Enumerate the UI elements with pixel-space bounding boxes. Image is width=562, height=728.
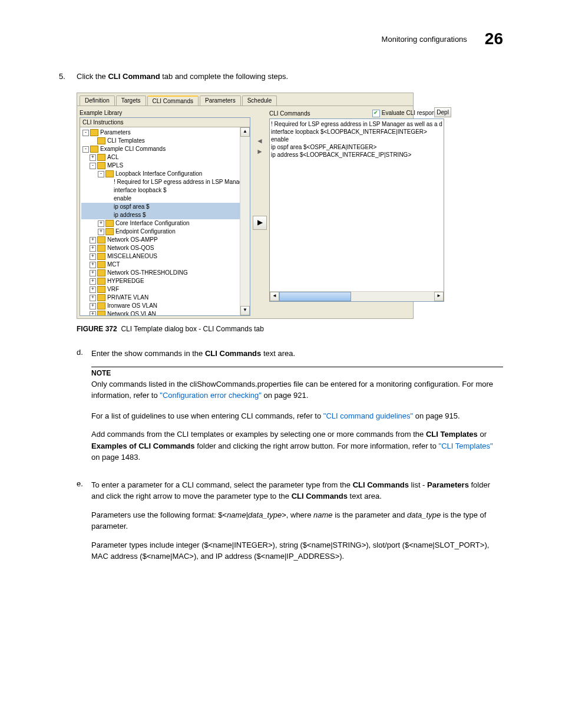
config-error-link[interactable]: "Configuration error checking" xyxy=(160,391,262,400)
cli-tree[interactable]: -ParametersCLI Templates-Example CLI Com… xyxy=(80,127,250,316)
scroll-up-icon[interactable]: ▲ xyxy=(240,127,250,137)
tree-row[interactable]: -Parameters xyxy=(81,129,249,137)
tree-row[interactable]: ! Required for LSP egress address in LSP… xyxy=(81,178,249,186)
section-title: Monitoring configurations xyxy=(382,35,467,44)
cli-line: ip address $<LOOPBACK_INTERFACE_IP|STRIN… xyxy=(271,151,442,159)
substep-e: e. To enter a parameter for a CLI comman… xyxy=(77,479,503,569)
tree-row[interactable]: +HYPEREDGE xyxy=(81,277,249,285)
tree-row[interactable]: -Loopback Interface Configuration xyxy=(81,170,249,178)
deploy-button[interactable]: Depl xyxy=(434,107,451,117)
expand-icon[interactable]: - xyxy=(82,130,89,136)
tree-label: Network OS VLAN xyxy=(107,311,156,316)
tree-row[interactable]: -MPLS xyxy=(81,162,249,170)
step-text: Click the CLI Command tab and complete t… xyxy=(77,72,503,81)
tree-row[interactable]: +Network OS-QOS xyxy=(81,244,249,252)
folder-icon xyxy=(97,137,105,144)
tree-row[interactable]: +PRIVATE VLAN xyxy=(81,294,249,302)
vertical-scrollbar[interactable]: ▲ ▼ xyxy=(240,127,250,315)
tree-label: Loopback Interface Configuration xyxy=(115,170,202,177)
tree-row[interactable]: CLI Templates xyxy=(81,137,249,145)
tree-label: ! Required for LSP egress address in LSP… xyxy=(114,179,250,185)
cli-commands-textarea[interactable]: ! Required for LSP egress address in LSP… xyxy=(269,118,444,302)
folder-icon xyxy=(97,302,105,309)
folder-icon xyxy=(97,278,105,285)
tree-row[interactable]: ip ospf area $ xyxy=(81,203,249,211)
horizontal-scrollbar[interactable]: ◄ ► xyxy=(270,291,444,301)
tree-label: ip address $ xyxy=(114,212,146,218)
tree-row[interactable]: +Network OS-THRESHOLDING xyxy=(81,269,249,277)
collapse-right-icon[interactable]: ► xyxy=(255,146,265,157)
tab-targets[interactable]: Targets xyxy=(116,95,146,106)
expand-icon[interactable]: + xyxy=(90,295,96,301)
tab-cli-commands[interactable]: CLI Commands xyxy=(147,95,199,106)
tab-schedule[interactable]: Schedule xyxy=(242,95,277,106)
tree-row[interactable]: +MCT xyxy=(81,261,249,269)
tree-label: Parameters xyxy=(100,129,131,136)
tree-row[interactable]: +Core Interface Configuration xyxy=(81,219,249,228)
tree-label: MPLS xyxy=(107,162,123,169)
tree-label: interface loopback $ xyxy=(114,187,167,193)
expand-icon[interactable]: + xyxy=(90,311,96,316)
tree-label: CLI Templates xyxy=(107,137,145,144)
tree-row[interactable]: -Example CLI Commands xyxy=(81,145,249,153)
tree-row[interactable]: ip address $ xyxy=(81,211,249,219)
tree-row[interactable]: +Network OS VLAN xyxy=(81,310,249,316)
tree-row[interactable]: +MISCELLANEOUS xyxy=(81,252,249,261)
tree-label: Example CLI Commands xyxy=(100,146,166,152)
checkbox-icon[interactable]: ✔ xyxy=(372,110,380,117)
expand-icon[interactable]: + xyxy=(90,270,96,276)
expand-icon[interactable]: + xyxy=(90,154,96,161)
expand-icon[interactable]: + xyxy=(90,245,96,252)
expand-icon[interactable]: + xyxy=(90,286,96,293)
folder-icon xyxy=(97,245,105,252)
tree-label: ip ospf area $ xyxy=(114,203,150,210)
expand-icon[interactable]: + xyxy=(90,278,96,285)
scroll-thumb[interactable] xyxy=(279,292,351,301)
tree-row[interactable]: +Network OS-AMPP xyxy=(81,236,249,244)
folder-icon xyxy=(97,294,105,301)
step-5: 5. Click the CLI Command tab and complet… xyxy=(59,72,503,81)
page-header: Monitoring configurations 26 xyxy=(59,29,503,48)
example-library-label: Example Library xyxy=(80,108,250,117)
expand-icon[interactable]: + xyxy=(90,262,96,268)
chapter-number: 26 xyxy=(485,29,503,48)
tree-row[interactable]: enable xyxy=(81,195,249,203)
tree-row[interactable]: +VRF xyxy=(81,285,249,294)
expand-icon[interactable]: + xyxy=(90,303,96,309)
tree-row[interactable]: interface loopback $ xyxy=(81,186,249,195)
substep-letter: d. xyxy=(77,348,91,470)
expand-icon[interactable]: + xyxy=(98,220,104,227)
scroll-right-icon[interactable]: ► xyxy=(434,292,444,301)
scroll-down-icon[interactable]: ▼ xyxy=(240,306,250,315)
folder-icon xyxy=(97,286,105,293)
substep-letter: e. xyxy=(77,479,91,569)
collapse-left-icon[interactable]: ◄ xyxy=(255,136,265,146)
param-types-text: Parameter types include integer ($<name|… xyxy=(91,539,503,562)
tree-row[interactable]: +ACL xyxy=(81,153,249,162)
expand-icon[interactable]: - xyxy=(90,163,96,169)
expand-icon[interactable]: - xyxy=(82,146,89,153)
expand-icon[interactable]: + xyxy=(98,229,104,235)
tree-row[interactable]: +Ironware OS VLAN xyxy=(81,302,249,310)
cli-guidelines-link[interactable]: "CLI command guidelines" xyxy=(323,411,413,420)
tree-label: Core Interface Configuration xyxy=(115,220,190,226)
folder-icon xyxy=(97,253,105,260)
folder-icon xyxy=(97,154,105,161)
folder-icon xyxy=(97,162,105,169)
tab-parameters[interactable]: Parameters xyxy=(200,95,241,106)
cli-line: ! Required for LSP egress address in LSP… xyxy=(271,120,442,128)
folder-icon xyxy=(97,311,105,316)
evaluate-checkbox-wrap[interactable]: ✔Evaluate CLI responses xyxy=(372,110,444,117)
tree-label: Network OS-QOS xyxy=(107,245,154,251)
cli-line: enable xyxy=(271,136,442,143)
tree-label: Ironware OS VLAN xyxy=(107,302,157,309)
tab-definition[interactable]: Definition xyxy=(80,95,115,106)
move-right-button[interactable]: ▶ xyxy=(253,216,267,230)
tree-row[interactable]: +Endpoint Configuration xyxy=(81,228,249,236)
expand-icon[interactable]: + xyxy=(90,237,96,243)
scroll-left-icon[interactable]: ◄ xyxy=(270,292,279,301)
expand-icon[interactable]: - xyxy=(98,171,104,177)
tree-panel: CLI Instructions -ParametersCLI Template… xyxy=(80,117,250,316)
expand-icon[interactable]: + xyxy=(90,253,96,260)
cli-templates-link[interactable]: "CLI Templates" xyxy=(439,442,493,450)
